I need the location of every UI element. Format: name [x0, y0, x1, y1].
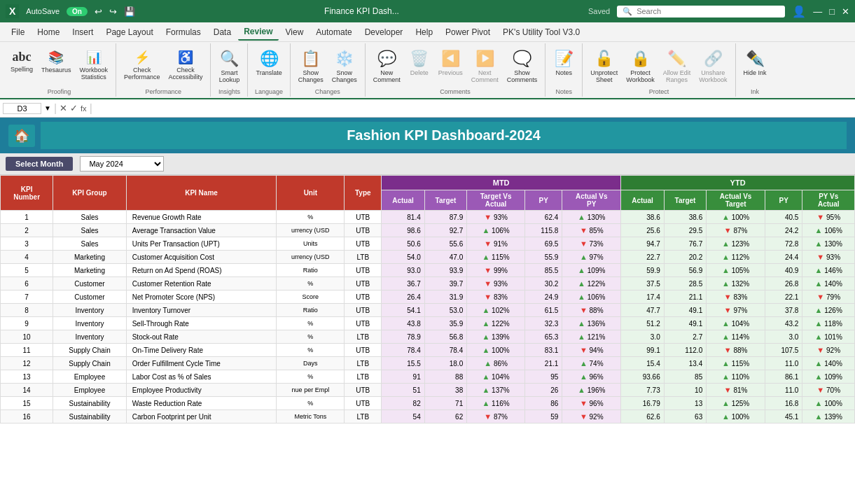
- td-kpi-num: 6: [1, 277, 53, 290]
- allow-edit-ranges-button[interactable]: ✏️ Allow EditRanges: [660, 48, 695, 87]
- dashboard-container: 🏠 Fashion KPI Dashboard-2024 Select Mont…: [0, 118, 855, 424]
- td-kpi-num: 8: [1, 304, 53, 317]
- show-comments-icon: 🗨️: [513, 50, 531, 68]
- workbook-stats-icon: 📊: [86, 50, 102, 65]
- td-ytd-pvsa: ▲ 130%: [802, 237, 855, 251]
- td-kpi-num: 13: [1, 370, 53, 384]
- td-mtd-py: 21.1: [524, 357, 562, 370]
- td-mtd-tvsa: ▲ 104%: [467, 370, 525, 384]
- td-mtd-py: 86: [524, 397, 562, 410]
- previous-comment-label: Previous: [438, 69, 463, 76]
- unprotect-sheet-button[interactable]: 🔓 UnprotectSheet: [587, 48, 621, 87]
- protect-workbook-button[interactable]: 🔒 ProtectWorkbook: [623, 48, 658, 87]
- hide-ink-icon: ✒️: [746, 50, 765, 68]
- td-kpi-name: Inventory Turnover: [126, 304, 277, 317]
- cell-reference-input[interactable]: [3, 103, 41, 114]
- td-ytd-actual: 47.7: [621, 304, 665, 317]
- formula-bar-dropdown[interactable]: ▼: [44, 104, 51, 112]
- td-kpi-name: Stock-out Rate: [126, 330, 277, 344]
- menu-file[interactable]: File: [6, 24, 30, 40]
- check-accessibility-label: CheckAccessibility: [168, 66, 202, 80]
- td-ytd-pvsa: ▼ 79%: [802, 290, 855, 304]
- confirm-formula-icon[interactable]: ✓: [70, 103, 78, 113]
- td-type: UTB: [345, 397, 382, 410]
- check-performance-button[interactable]: ⚡ CheckPerformance: [120, 48, 164, 87]
- workbook-stats-button[interactable]: 📊 WorkbookStatistics: [76, 48, 111, 87]
- td-kpi-num: 3: [1, 237, 53, 251]
- file-title: Finance KPI Dash...: [142, 6, 581, 16]
- show-comments-button[interactable]: 🗨️ ShowComments: [503, 48, 541, 87]
- unshare-workbook-button[interactable]: 🔗 UnshareWorkbook: [695, 48, 730, 87]
- delete-comment-label: Delete: [410, 69, 429, 76]
- home-button[interactable]: 🏠: [8, 125, 35, 147]
- snow-changes-button[interactable]: ❄️ SnowChanges: [328, 48, 361, 87]
- formula-bar-divider2: |: [90, 102, 92, 115]
- td-ytd-avst: ▲ 104%: [707, 317, 765, 330]
- td-ytd-actual: 16.79: [621, 397, 665, 410]
- menu-formulas[interactable]: Formulas: [160, 24, 207, 40]
- translate-icon: 🌐: [260, 50, 279, 68]
- ribbon-group-notes: 📝 Notes Notes: [545, 43, 583, 97]
- home-icon: 🏠: [14, 129, 29, 143]
- td-mtd-tvsa: ▲ 115%: [467, 251, 525, 264]
- td-mtd-py: 24.9: [524, 290, 562, 304]
- undo-icon[interactable]: ↩: [95, 6, 102, 17]
- ink-group-label: Ink: [751, 88, 759, 95]
- menu-data[interactable]: Data: [208, 24, 237, 40]
- search-bar[interactable]: 🔍: [617, 6, 785, 18]
- month-select[interactable]: May 2024: [80, 156, 164, 172]
- menu-power-pivot[interactable]: Power Pivot: [440, 24, 496, 40]
- maximize-icon[interactable]: □: [829, 6, 835, 17]
- next-comment-button[interactable]: ▶️ NextComment: [468, 48, 502, 87]
- hide-ink-button[interactable]: ✒️ Hide Ink: [740, 48, 770, 87]
- search-input[interactable]: [637, 7, 779, 15]
- close-icon[interactable]: ✕: [842, 6, 849, 17]
- td-unit: %: [277, 277, 345, 290]
- account-icon[interactable]: 👤: [792, 5, 806, 18]
- td-type: UTB: [345, 317, 382, 330]
- menu-help[interactable]: Help: [410, 24, 438, 40]
- td-kpi-group: Inventory: [53, 304, 126, 317]
- notes-button[interactable]: 📝 Notes: [550, 48, 578, 87]
- minimize-icon[interactable]: —: [813, 6, 822, 17]
- show-changes-button[interactable]: 📋 ShowChanges: [295, 48, 327, 87]
- menu-automate[interactable]: Automate: [310, 24, 357, 40]
- check-accessibility-button[interactable]: ♿ CheckAccessibility: [165, 48, 206, 87]
- autosave-toggle[interactable]: On: [67, 7, 88, 16]
- thesaurus-label: Thesaurus: [41, 66, 71, 74]
- redo-icon[interactable]: ↪: [109, 6, 117, 17]
- language-group-label: Language: [255, 88, 283, 95]
- spelling-button[interactable]: abc Spelling: [7, 48, 36, 87]
- td-mtd-target: 78.4: [424, 344, 466, 357]
- td-unit: %: [277, 397, 345, 410]
- menu-page-layout[interactable]: Page Layout: [100, 24, 158, 40]
- th-ytd-actual: Actual: [621, 190, 665, 211]
- menu-view[interactable]: View: [280, 24, 310, 40]
- new-comment-button[interactable]: 💬 NewComment: [370, 48, 404, 87]
- translate-button[interactable]: 🌐 Translate: [252, 48, 285, 87]
- delete-comment-button[interactable]: 🗑️ Delete: [405, 48, 433, 87]
- td-mtd-tvsa: ▲ 137%: [467, 384, 525, 397]
- cancel-formula-icon[interactable]: ✕: [60, 103, 67, 113]
- td-mtd-tvsa: ▼ 83%: [467, 290, 525, 304]
- menu-insert[interactable]: Insert: [67, 24, 99, 40]
- previous-comment-button[interactable]: ◀️ Previous: [435, 48, 466, 87]
- td-unit: Days: [277, 357, 345, 370]
- insert-function-icon[interactable]: fx: [81, 104, 87, 113]
- td-type: LTB: [345, 370, 382, 384]
- search-icon: 🔍: [623, 7, 632, 16]
- td-mtd-target: 39.7: [424, 277, 466, 290]
- notes-group-label: Notes: [556, 88, 573, 95]
- formula-input[interactable]: [95, 104, 852, 113]
- menu-developer[interactable]: Developer: [359, 24, 409, 40]
- menu-home[interactable]: Home: [32, 24, 65, 40]
- thesaurus-button[interactable]: 📚 Thesaurus: [38, 48, 75, 87]
- th-mtd-target: Target: [424, 190, 466, 211]
- td-ytd-actual: 93.66: [621, 370, 665, 384]
- menu-pk-utility[interactable]: PK's Utility Tool V3.0: [497, 24, 585, 40]
- td-mtd-py: 55.9: [524, 251, 562, 264]
- menu-review[interactable]: Review: [238, 24, 278, 41]
- ribbon-group-ink: ✒️ Hide Ink Ink: [736, 43, 774, 97]
- save-icon[interactable]: 💾: [124, 6, 135, 17]
- smart-lookup-button[interactable]: 🔍 SmartLookup: [215, 48, 243, 87]
